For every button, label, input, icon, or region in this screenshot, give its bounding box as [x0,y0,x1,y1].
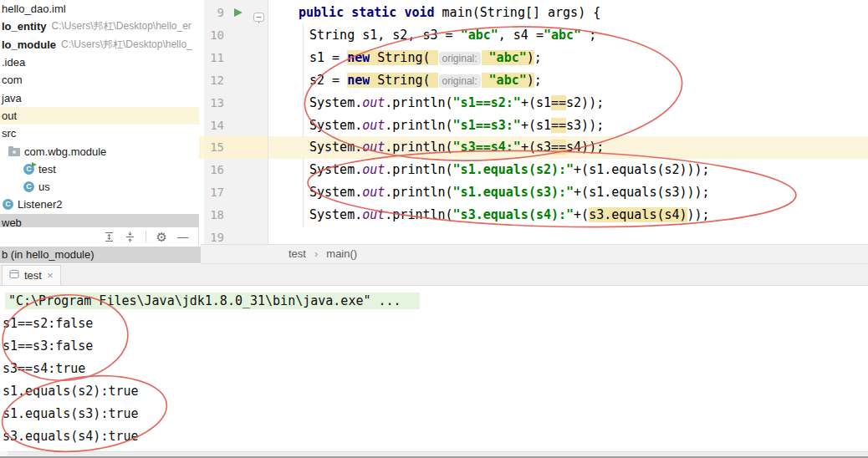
hide-panel-icon[interactable]: — [177,231,188,243]
breadcrumb: test›main() [201,244,868,264]
code-line-10[interactable]: String s1, s2, s3 = "abc", s4 ="abc" ; [268,24,868,47]
code-token: "abc" [482,73,527,88]
tree-item-out[interactable]: out [0,107,199,125]
code-editor[interactable]: 910111213141516171819 public static void… [199,0,868,244]
code-area[interactable]: public static void main(String[] args) {… [268,0,868,244]
code-token: +(s1.equals(s2))); [574,162,710,177]
tree-item-label: .idea [2,56,25,69]
line-number: 12 [204,69,224,92]
tree-item-hello-dao-iml[interactable]: hello_dao.iml [0,0,199,18]
gutter-line-16[interactable]: 16 [204,159,268,181]
line-number: 10 [204,24,224,47]
run-tab-test[interactable]: test × [2,265,61,285]
tree-item-test[interactable]: Ctest [0,160,199,178]
code-token: +(s3 [521,140,551,155]
code-token: ; [534,50,542,65]
code-token: System. [309,95,362,110]
param-hint: original: [439,52,481,65]
code-token: String( [370,50,437,65]
code-line-15[interactable]: System.out.println("s3==s4:"+(s3==s4)); [268,136,868,159]
tree-item-src[interactable]: src [0,125,199,142]
code-token: System. [309,162,362,177]
tree-item-listener2[interactable]: CListener2 [0,196,199,213]
breadcrumb-class[interactable]: test [288,247,306,260]
code-token: new [347,73,370,88]
tree-item--idea[interactable]: .idea [0,53,199,71]
line-number: 15 [204,136,224,159]
collapse-all-icon[interactable] [125,232,135,242]
code-line-19[interactable] [268,226,868,244]
code-token: "s3==s4:" [453,140,521,155]
gutter-line-19[interactable]: 19 [204,226,268,244]
project-tree: hello_dao.imllo_entityC:\Users\邦杠\Deskto… [0,0,200,227]
run-gutter-icon[interactable] [234,8,243,17]
run-command-text: "C:\Program Files\Java\jdk1.8.0_31\bin\j… [5,293,420,309]
code-token: out [362,185,385,200]
tree-item-lo-entity[interactable]: lo_entityC:\Users\邦杠\Desktop\hello_er [0,18,199,35]
gutter-line-9[interactable]: 9 [204,2,268,24]
tree-item-com-wbg-module[interactable]: com.wbg.module [0,142,199,160]
console-line-5: s1.equals(s3):true [0,404,868,424]
code-line-14[interactable]: System.out.println("s1==s3:"+(s1==s3)); [268,114,868,137]
ide-window: hello_dao.imllo_entityC:\Users\邦杠\Deskto… [0,0,868,458]
code-token: == [551,140,566,155]
code-line-9[interactable]: public static void main(String[] args) { [268,2,868,24]
settings-gear-icon[interactable]: ⚙ [156,231,167,243]
code-token: .println( [385,140,452,155]
console-line-2: s1==s3:false [0,336,868,356]
tree-item-java[interactable]: java [0,89,199,106]
breadcrumb-method[interactable]: main() [326,247,357,260]
run-config-icon [9,269,19,282]
tree-item-label: us [38,181,50,193]
code-token: +(s1 [521,95,551,110]
tree-item-us[interactable]: Cus [0,178,199,196]
code-token: main(String[] args) { [442,5,601,20]
code-token: System. [309,140,362,155]
code-token: == [551,118,566,133]
code-line-12[interactable]: s2 = new String( original: "abc"); [268,69,868,92]
tree-item-path: C:\Users\邦杠\Desktop\hello_ [61,38,192,52]
code-token: "s1.equals(s2):" [453,162,574,177]
line-number: 9 [204,2,224,24]
tree-item-label: lo_module [2,38,56,51]
code-line-13[interactable]: System.out.println("s1==s2:"+(s1==s2)); [268,92,868,114]
code-line-17[interactable]: System.out.println("s1.equals(s3):"+(s1.… [268,181,868,204]
code-token: out [362,95,385,110]
console-line-1: s1==s2:false [0,313,868,333]
code-line-18[interactable]: System.out.println("s3.equals(s4):"+(s3.… [268,204,868,226]
tree-item-lo-module[interactable]: lo_moduleC:\Users\邦杠\Desktop\hello_ [0,36,199,53]
code-token: out [362,140,385,155]
line-number: 19 [204,226,224,244]
class-icon: C [3,199,13,210]
code-token: "s3.equals(s4):" [453,207,574,222]
tree-status-row[interactable]: b (in hello_module) [0,247,202,263]
gutter-line-11[interactable]: 11 [204,47,268,69]
gutter-line-13[interactable]: 13 [204,92,268,114]
gutter-line-12[interactable]: 12 [204,69,268,92]
code-token: .println( [385,118,452,133]
tree-item-web[interactable]: web [0,214,199,227]
code-line-11[interactable]: s1 = new String( original: "abc"); [268,47,868,69]
close-tab-icon[interactable]: × [47,269,54,282]
tree-status-label: b (in hello_module) [2,248,94,261]
tree-item-com[interactable]: com [0,71,199,89]
tree-item-label: com [2,74,23,86]
code-token: System. [309,118,362,133]
code-token: +(s1.equals(s3))); [574,185,710,200]
code-token: ; [534,73,542,88]
tree-item-label: lo_entity [2,20,46,33]
tree-item-label: com.wbg.module [24,145,106,158]
tree-item-label: out [2,109,17,122]
gutter-line-18[interactable]: 18 [204,204,268,226]
run-console[interactable]: "C:\Program Files\Java\jdk1.8.0_31\bin\j… [0,286,868,451]
run-tab-strip: test × [0,264,868,286]
gutter-line-14[interactable]: 14 [204,114,268,137]
gutter-line-15[interactable]: 15 [204,136,268,159]
expand-all-icon[interactable] [104,232,115,242]
code-line-16[interactable]: System.out.println("s1.equals(s2):"+(s1.… [268,159,868,181]
tree-item-label: src [2,127,16,140]
gutter-line-10[interactable]: 10 [204,24,268,47]
gutter-line-17[interactable]: 17 [204,181,268,204]
tree-item-label: test [38,163,56,176]
editor-gutter[interactable]: 910111213141516171819 [204,0,268,244]
